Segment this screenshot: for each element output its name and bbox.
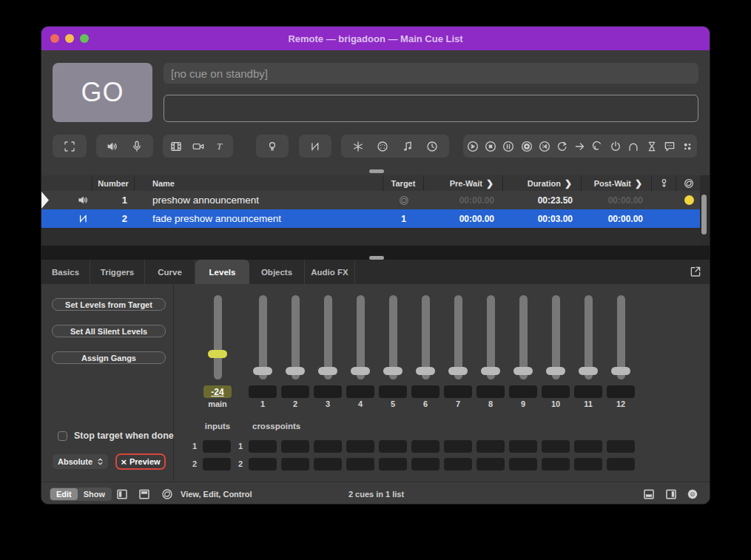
header-duration[interactable]: Duration❯ xyxy=(503,175,582,191)
group-cue-icon[interactable] xyxy=(61,138,78,155)
text-cue-icon[interactable]: T xyxy=(212,138,228,155)
set-all-silent-levels-button[interactable]: Set All Silent Levels xyxy=(52,325,166,337)
crosspoint-box[interactable] xyxy=(509,440,537,453)
wait-cue-icon[interactable] xyxy=(644,138,660,155)
tab-triggers[interactable]: Triggers xyxy=(90,260,145,284)
cue-row[interactable]: 2fade preshow announcement100:00.0000:03… xyxy=(41,209,701,228)
header-post-wait[interactable]: Post-Wait❯ xyxy=(582,175,652,191)
video-cue-icon[interactable] xyxy=(168,138,184,155)
tab-audio-fx[interactable]: Audio FX xyxy=(305,260,355,284)
camera-cue-icon[interactable] xyxy=(190,138,206,155)
fader-handle[interactable] xyxy=(208,350,227,358)
header-continue-column[interactable] xyxy=(652,175,676,191)
crosspoint-box[interactable] xyxy=(314,440,342,453)
crosspoint-box[interactable] xyxy=(444,458,472,470)
target-cue-icon[interactable] xyxy=(590,138,606,155)
stop-target-checkbox[interactable] xyxy=(58,431,67,441)
fader-track[interactable] xyxy=(214,295,222,379)
crosspoint-box[interactable] xyxy=(281,440,309,453)
devamp-cue-icon[interactable] xyxy=(554,138,570,155)
crosspoint-box[interactable] xyxy=(607,458,635,470)
music-cue-icon[interactable] xyxy=(400,138,416,155)
tab-objects[interactable]: Objects xyxy=(249,260,305,284)
fader-handle[interactable] xyxy=(286,367,305,375)
fader-handle[interactable] xyxy=(513,367,533,375)
crosspoint-box[interactable] xyxy=(574,458,602,470)
mic-cue-icon[interactable] xyxy=(129,138,145,155)
crosspoint-box[interactable] xyxy=(379,458,407,470)
fade-cue-icon[interactable] xyxy=(307,138,323,155)
crosspoint-box[interactable] xyxy=(411,458,440,470)
crosspoint-box[interactable] xyxy=(476,458,505,470)
close-window-button[interactable] xyxy=(50,34,59,43)
pause-cue-icon[interactable] xyxy=(500,138,516,155)
settings-gear-icon[interactable] xyxy=(686,488,699,501)
toggle-right-pane-icon[interactable] xyxy=(664,488,678,501)
crosspoint-box[interactable] xyxy=(607,440,635,453)
pop-out-inspector-icon[interactable] xyxy=(689,265,702,278)
crosspoint-box[interactable] xyxy=(574,440,602,453)
cue-list-scrollbar[interactable] xyxy=(701,195,707,235)
fader-value[interactable] xyxy=(509,385,537,398)
crosspoint-box[interactable] xyxy=(346,458,374,470)
crosspoint-box[interactable] xyxy=(249,440,277,453)
memo-cue-icon[interactable] xyxy=(661,138,678,155)
titlebar[interactable]: Remote — brigadoon — Main Cue List xyxy=(41,27,710,50)
crosspoint-box[interactable] xyxy=(542,440,570,453)
divider-grip-top[interactable] xyxy=(369,169,384,173)
crosspoint-box[interactable] xyxy=(411,440,440,453)
fader-value[interactable] xyxy=(411,385,440,398)
input-level-box[interactable] xyxy=(203,458,231,470)
fader-handle[interactable] xyxy=(416,367,435,375)
stop-cue-icon[interactable] xyxy=(482,138,499,155)
preview-button[interactable]: × Preview xyxy=(115,453,166,470)
fader-handle[interactable] xyxy=(579,367,598,375)
crosspoint-box[interactable] xyxy=(346,440,374,453)
audio-cue-icon[interactable] xyxy=(104,138,121,155)
header-target[interactable]: Target xyxy=(383,175,424,191)
assign-gangs-button[interactable]: Assign Gangs xyxy=(52,351,166,364)
fader-value[interactable] xyxy=(346,385,374,398)
fader-value[interactable] xyxy=(476,385,505,398)
arm-cue-icon[interactable] xyxy=(607,138,624,155)
fader-handle[interactable] xyxy=(383,367,403,375)
zoom-window-button[interactable] xyxy=(80,34,89,43)
midi-cue-icon[interactable] xyxy=(374,138,391,155)
fader-value[interactable] xyxy=(314,385,342,398)
fader-value[interactable] xyxy=(281,385,309,398)
level-mode-dropdown[interactable]: Absolute xyxy=(53,454,108,469)
fader-value[interactable] xyxy=(444,385,472,398)
go-button[interactable]: GO xyxy=(53,63,152,122)
fader-value[interactable] xyxy=(607,385,635,398)
fader-value[interactable] xyxy=(574,385,602,398)
timecode-cue-icon[interactable] xyxy=(424,138,440,155)
crosspoint-box[interactable] xyxy=(476,440,505,453)
header-name[interactable]: Name xyxy=(135,175,383,191)
header-flag-column[interactable] xyxy=(676,175,701,191)
fader-handle[interactable] xyxy=(253,367,272,375)
fader-handle[interactable] xyxy=(611,367,630,375)
header-pre-wait[interactable]: Pre-Wait❯ xyxy=(424,175,503,191)
tab-curve[interactable]: Curve xyxy=(145,260,195,284)
fader-value[interactable] xyxy=(249,385,277,398)
disarm-cue-icon[interactable] xyxy=(625,138,641,155)
crosspoint-box[interactable] xyxy=(509,458,537,470)
tab-levels[interactable]: Levels xyxy=(195,260,249,284)
fader-handle[interactable] xyxy=(318,367,337,375)
crosspoint-box[interactable] xyxy=(542,458,570,470)
fader-handle[interactable] xyxy=(481,367,500,375)
fader-handle[interactable] xyxy=(448,367,468,375)
fader-handle[interactable] xyxy=(546,367,565,375)
set-levels-from-target-button[interactable]: Set Levels from Target xyxy=(52,298,166,311)
fader-value[interactable]: -24 xyxy=(203,385,232,398)
cue-row[interactable]: 1preshow announcement00:00.0000:23.5000:… xyxy=(41,191,701,209)
input-level-box[interactable] xyxy=(203,440,231,453)
crosspoint-box[interactable] xyxy=(444,440,472,453)
fader-value[interactable] xyxy=(542,385,570,398)
light-cue-icon[interactable] xyxy=(264,138,280,155)
crosspoint-box[interactable] xyxy=(314,458,342,470)
reset-cue-icon[interactable] xyxy=(536,138,553,155)
minimize-window-button[interactable] xyxy=(65,34,74,43)
fader-value[interactable] xyxy=(379,385,407,398)
crosspoint-box[interactable] xyxy=(249,458,277,470)
